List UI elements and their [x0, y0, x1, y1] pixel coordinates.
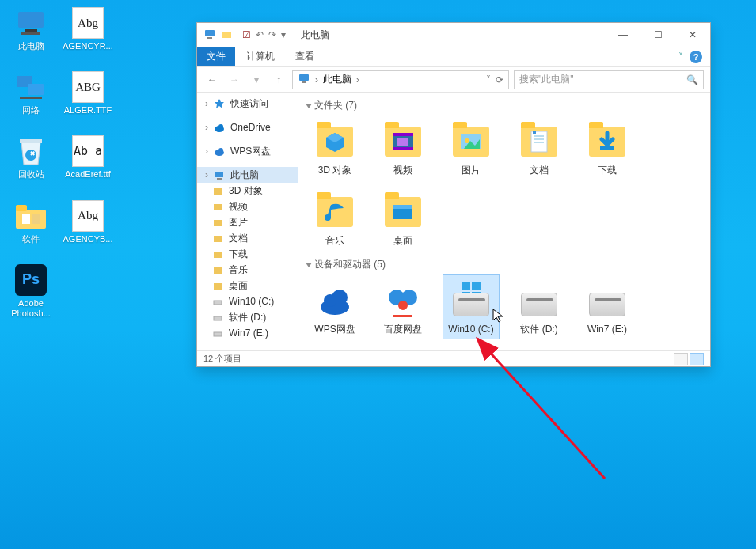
- close-button[interactable]: ✕: [675, 23, 710, 47]
- svg-rect-33: [214, 332, 222, 336]
- file-explorer-window: ☑ ↶ ↷ ▾ 此电脑 — ☐ ✕ 文件 计算机 查看 ˅ ? ← → ▾ ↑ …: [196, 22, 711, 367]
- cloudwps-icon: [213, 145, 226, 157]
- folder-item[interactable]: 图片: [443, 115, 500, 180]
- item-label: 百度网盘: [384, 324, 422, 335]
- sidebar-item[interactable]: 软件 (D:): [197, 309, 298, 325]
- tab-view[interactable]: 查看: [286, 47, 324, 66]
- minimize-button[interactable]: —: [606, 23, 640, 47]
- folder-item[interactable]: 视频: [374, 115, 431, 180]
- app-item[interactable]: 百度网盘: [374, 274, 431, 339]
- svg-point-58: [398, 301, 408, 310]
- svg-rect-23: [217, 178, 222, 180]
- sidebar-item[interactable]: 视频: [197, 199, 298, 214]
- desktop-icon[interactable]: AbgAGENCYR...: [62, 6, 114, 51]
- breadcrumb-segment[interactable]: 此电脑: [323, 73, 351, 86]
- item-label: 图片: [462, 165, 481, 176]
- chevron-right-icon[interactable]: ›: [205, 122, 208, 133]
- svg-rect-2: [21, 32, 40, 35]
- section-header[interactable]: 文件夹 (7): [306, 99, 702, 112]
- subfolder-icon: [211, 279, 224, 292]
- undo-icon[interactable]: ↶: [256, 29, 264, 40]
- address-chevron-icon[interactable]: ›: [315, 74, 318, 85]
- recent-dropdown[interactable]: ▾: [248, 71, 265, 89]
- desktop-icon[interactable]: PsAdobe Photosh...: [5, 263, 57, 319]
- app-item[interactable]: WPS网盘: [306, 274, 363, 339]
- sidebar-item[interactable]: ›网络: [197, 349, 298, 350]
- subfolder-icon: [211, 232, 224, 244]
- sidebar-item[interactable]: 桌面: [197, 278, 298, 293]
- sidebar-item[interactable]: Win10 (C:): [197, 293, 298, 309]
- sidebar-item[interactable]: ›此电脑: [197, 167, 298, 183]
- nav-sidebar[interactable]: ›快速访问›OneDrive›WPS网盘›此电脑3D 对象视频图片文档下载音乐桌…: [197, 93, 298, 350]
- tab-computer[interactable]: 计算机: [237, 47, 284, 66]
- folder-item[interactable]: 音乐: [306, 186, 363, 250]
- pc-icon: [213, 168, 226, 181]
- address-box[interactable]: › 此电脑 › ˅ ⟳: [292, 70, 509, 89]
- svg-rect-40: [393, 147, 413, 150]
- view-icons-button[interactable]: [690, 353, 704, 365]
- back-button[interactable]: ←: [203, 71, 221, 89]
- address-dropdown-icon[interactable]: ˅: [486, 74, 491, 85]
- sidebar-item[interactable]: 图片: [197, 214, 298, 230]
- help-icon[interactable]: ?: [690, 51, 702, 63]
- search-icon[interactable]: 🔍: [686, 74, 698, 85]
- status-bar: 12 个项目: [197, 350, 710, 366]
- titlebar[interactable]: ☑ ↶ ↷ ▾ 此电脑 — ☐ ✕: [197, 23, 710, 47]
- desktop-icon[interactable]: Ab aAcadEref.ttf: [62, 134, 114, 180]
- search-placeholder: 搜索"此电脑": [519, 73, 574, 86]
- sidebar-item[interactable]: Win7 (E:): [197, 325, 298, 341]
- search-input[interactable]: 搜索"此电脑" 🔍: [514, 70, 704, 89]
- item-icon: [381, 278, 425, 323]
- content-pane[interactable]: 文件夹 (7)3D 对象视频图片文档下载音乐桌面设备和驱动器 (5)WPS网盘百…: [298, 93, 710, 350]
- drive-item[interactable]: Win10 (C:): [443, 274, 500, 339]
- ribbon-collapse-icon[interactable]: ˅: [678, 51, 683, 62]
- item-label: 视频: [393, 165, 412, 176]
- refresh-icon[interactable]: ⟳: [496, 74, 503, 85]
- chevron-right-icon[interactable]: ›: [205, 98, 208, 109]
- qat-dropdown-icon[interactable]: ▾: [281, 29, 286, 40]
- desktop-icon[interactable]: 此电脑: [5, 6, 57, 51]
- props-icon[interactable]: ☑: [242, 29, 251, 40]
- svg-rect-28: [214, 252, 222, 258]
- up-button[interactable]: ↑: [270, 71, 287, 89]
- sidebar-item[interactable]: 文档: [197, 230, 298, 246]
- folder-item[interactable]: 下载: [579, 115, 636, 180]
- sidebar-item-label: WPS网盘: [230, 145, 271, 158]
- sidebar-item-label: 快速访问: [230, 97, 268, 111]
- item-icon: [585, 278, 629, 323]
- desktop-icon[interactable]: ABGALGER.TTF: [62, 70, 114, 115]
- sidebar-item[interactable]: 下载: [197, 246, 298, 262]
- address-chevron-icon[interactable]: ›: [356, 74, 359, 85]
- item-label: 下载: [598, 165, 617, 176]
- folder-icon[interactable]: [221, 28, 232, 42]
- folder-item[interactable]: 桌面: [374, 186, 431, 250]
- svg-rect-11: [32, 214, 40, 224]
- drive-item[interactable]: 软件 (D:): [511, 274, 568, 339]
- desktop-icon[interactable]: AbgAGENCYB...: [62, 199, 114, 244]
- sidebar-item[interactable]: 3D 对象: [197, 183, 298, 199]
- desktop-icon[interactable]: 回收站: [5, 134, 57, 180]
- sidebar-item[interactable]: 音乐: [197, 262, 298, 278]
- folder-item[interactable]: 文档: [511, 115, 568, 180]
- chevron-right-icon[interactable]: ›: [205, 169, 208, 180]
- item-label: 音乐: [325, 236, 344, 246]
- view-details-button[interactable]: [674, 353, 688, 365]
- desktop-icon-label: AcadEref.ttf: [65, 169, 110, 180]
- sidebar-item[interactable]: ›快速访问: [197, 96, 298, 112]
- forward-button[interactable]: →: [226, 71, 243, 89]
- desktop-icon[interactable]: 软件: [5, 199, 57, 244]
- folder-item[interactable]: 3D 对象: [306, 115, 363, 180]
- chevron-right-icon[interactable]: ›: [205, 146, 208, 157]
- maximize-button[interactable]: ☐: [640, 23, 675, 47]
- section-header[interactable]: 设备和驱动器 (5): [306, 258, 702, 271]
- sidebar-item[interactable]: ›WPS网盘: [197, 143, 298, 159]
- redo-icon[interactable]: ↷: [268, 29, 276, 40]
- tab-file[interactable]: 文件: [197, 47, 235, 66]
- sidebar-item[interactable]: ›OneDrive: [197, 119, 298, 135]
- svg-rect-41: [397, 138, 408, 146]
- item-label: 3D 对象: [318, 165, 352, 176]
- sidebar-item-label: Win10 (C:): [229, 296, 274, 307]
- desktop-icon[interactable]: 网络: [5, 70, 57, 115]
- drive-item[interactable]: Win7 (E:): [579, 274, 636, 339]
- sidebar-item-label: 音乐: [229, 263, 248, 277]
